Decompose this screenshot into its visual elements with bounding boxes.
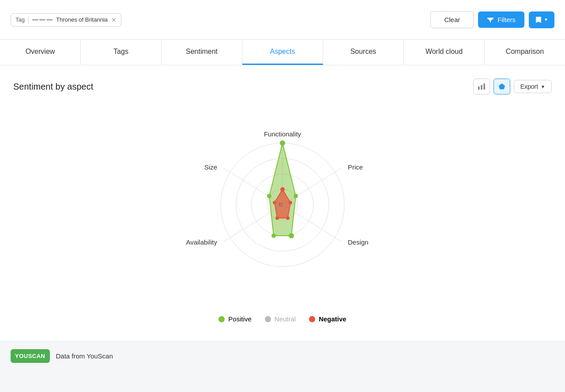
top-bar: Tag Thrones of Britannia ✕ Clear Filters… <box>0 0 565 40</box>
svg-point-16 <box>289 233 294 238</box>
filter-icon <box>487 16 494 23</box>
main-content: Sentiment by aspect Export ▼ <box>0 65 565 340</box>
tab-comparison[interactable]: Comparison <box>485 40 565 65</box>
neutral-dot <box>265 316 271 322</box>
svg-point-15 <box>294 194 298 198</box>
footer: YOUSCAN Data from YouScan <box>0 340 565 372</box>
svg-text:Functionality: Functionality <box>264 130 301 138</box>
view-controls: Export ▼ <box>473 79 552 94</box>
chart-area: 0 Functionality Price Design Availabilit… <box>13 103 552 311</box>
chevron-down-icon: ▼ <box>541 84 545 89</box>
close-icon[interactable]: ✕ <box>111 17 117 23</box>
filters-label: Filters <box>497 16 516 23</box>
svg-point-21 <box>289 201 292 204</box>
filter-lines-icon[interactable] <box>32 19 53 21</box>
legend-positive: Positive <box>218 315 252 323</box>
tab-sources[interactable]: Sources <box>323 40 404 65</box>
svg-text:0: 0 <box>279 201 282 208</box>
tag-filter: Tag Thrones of Britannia ✕ <box>11 13 121 26</box>
bookmark-dropdown-button[interactable]: ▼ <box>529 11 554 28</box>
svg-text:Size: Size <box>204 163 217 171</box>
radar-icon <box>498 83 505 90</box>
tab-aspects[interactable]: Aspects <box>242 40 323 65</box>
svg-point-22 <box>286 216 290 220</box>
svg-point-18 <box>267 194 271 198</box>
filters-button[interactable]: Filters <box>478 11 524 28</box>
neutral-label: Neutral <box>275 315 296 323</box>
tab-world-cloud[interactable]: World cloud <box>404 40 485 65</box>
legend-negative: Negative <box>309 315 347 323</box>
footer-text: Data from YouScan <box>56 352 113 360</box>
svg-point-17 <box>271 234 276 238</box>
section-title: Sentiment by aspect <box>13 82 93 92</box>
svg-rect-1 <box>481 85 482 90</box>
svg-point-14 <box>280 140 285 146</box>
tag-value: Thrones of Britannia <box>56 16 108 23</box>
legend: Positive Neutral Negative <box>13 315 552 332</box>
negative-label: Negative <box>319 315 347 323</box>
export-label: Export <box>520 83 538 90</box>
tab-tags[interactable]: Tags <box>81 40 162 65</box>
svg-text:Availability: Availability <box>186 238 217 246</box>
tab-sentiment[interactable]: Sentiment <box>162 40 242 65</box>
bar-chart-view-button[interactable] <box>473 79 490 94</box>
svg-text:Design: Design <box>348 238 369 246</box>
bookmark-icon <box>535 16 542 24</box>
tabs-bar: Overview Tags Sentiment Aspects Sources … <box>0 40 565 65</box>
legend-neutral: Neutral <box>265 315 296 323</box>
top-actions: Clear Filters ▼ <box>430 11 554 28</box>
svg-rect-2 <box>483 83 485 90</box>
tag-label: Tag <box>15 16 25 23</box>
dropdown-arrow-icon: ▼ <box>544 17 548 22</box>
svg-marker-3 <box>499 83 505 89</box>
negative-dot <box>309 316 315 322</box>
clear-button[interactable]: Clear <box>430 11 474 28</box>
positive-label: Positive <box>228 315 252 323</box>
svg-text:Price: Price <box>348 163 363 171</box>
youscan-logo: YOUSCAN <box>11 349 50 363</box>
svg-point-20 <box>280 187 285 192</box>
export-button[interactable]: Export ▼ <box>514 80 552 93</box>
bar-chart-icon <box>478 83 485 90</box>
section-header: Sentiment by aspect Export ▼ <box>13 79 552 94</box>
radar-chart: 0 Functionality Price Design Availabilit… <box>181 112 384 298</box>
svg-rect-0 <box>478 87 480 90</box>
tab-overview[interactable]: Overview <box>0 40 81 65</box>
svg-point-23 <box>275 216 279 220</box>
tag-divider <box>28 16 29 23</box>
positive-dot <box>218 316 225 322</box>
radar-chart-view-button[interactable] <box>493 79 510 94</box>
svg-point-24 <box>273 201 276 204</box>
